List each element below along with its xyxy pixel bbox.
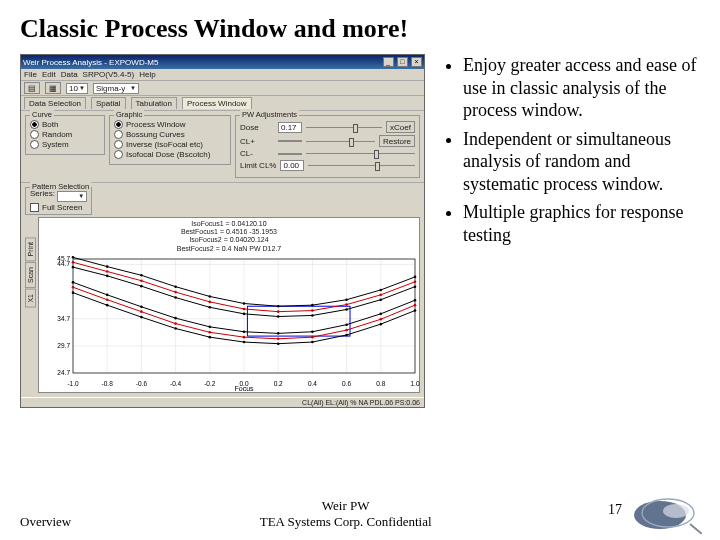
svg-point-93 — [209, 336, 212, 339]
svg-point-71 — [209, 331, 212, 334]
svg-text:-0.6: -0.6 — [136, 380, 148, 387]
app-screenshot: Weir Process Analysis - EXPOWD-M5 _ □ × … — [20, 54, 425, 408]
pattern-selection-group: Pattern Selection Series: ▼ Full Screen — [25, 187, 92, 215]
menu-item[interactable]: Edit — [42, 70, 56, 79]
adjust-slider[interactable] — [306, 150, 415, 157]
tab[interactable]: Process Window — [182, 97, 252, 109]
minimize-icon[interactable]: _ — [383, 57, 394, 67]
svg-point-52 — [311, 314, 314, 317]
toolbar-value-dropdown[interactable]: 10▼ — [66, 83, 88, 94]
svg-text:0.4: 0.4 — [308, 380, 317, 387]
adjust-slider[interactable] — [306, 124, 382, 131]
svg-point-89 — [72, 291, 75, 294]
maximize-icon[interactable]: □ — [397, 57, 408, 67]
svg-point-84 — [277, 332, 280, 335]
svg-point-91 — [140, 316, 143, 319]
svg-point-51 — [277, 315, 280, 318]
svg-point-72 — [243, 336, 246, 339]
svg-point-61 — [243, 308, 246, 311]
svg-point-54 — [380, 298, 383, 301]
svg-point-64 — [345, 303, 348, 306]
plot-side-tab[interactable]: X1 — [25, 289, 36, 308]
close-icon[interactable]: × — [411, 57, 422, 67]
svg-text:-1.0: -1.0 — [67, 380, 79, 387]
curve-radio[interactable]: System — [30, 140, 100, 149]
adjust-extra-button[interactable]: Restore — [379, 135, 415, 147]
adjust-row: Dose0.17xCoef — [240, 121, 415, 133]
svg-point-75 — [345, 329, 348, 332]
adjust-extra-button[interactable]: xCoef — [386, 121, 415, 133]
adjust-value[interactable]: 0.17 — [278, 122, 302, 133]
tea-logo-icon — [632, 492, 702, 534]
tab[interactable]: Tabulation — [131, 97, 177, 109]
svg-point-58 — [140, 279, 143, 282]
tab[interactable]: Data Selection — [24, 97, 86, 109]
svg-point-78 — [72, 281, 75, 284]
svg-point-62 — [277, 310, 280, 313]
svg-text:-0.8: -0.8 — [102, 380, 114, 387]
svg-point-76 — [380, 318, 383, 321]
menu-item[interactable]: Data — [61, 70, 78, 79]
svg-point-99 — [414, 309, 417, 312]
svg-point-55 — [414, 285, 417, 288]
svg-point-42 — [345, 298, 348, 301]
pw-adjust-group: PW Adjustments Dose0.17xCoefCL+RestoreCL… — [235, 115, 420, 178]
tab[interactable]: Spatial — [91, 97, 125, 109]
svg-point-60 — [209, 301, 212, 304]
svg-point-53 — [345, 308, 348, 311]
graphic-radio[interactable]: Inverse (IsoFocal etc) — [114, 140, 226, 149]
full-screen-check[interactable]: Full Screen — [30, 203, 87, 212]
svg-text:0.6: 0.6 — [342, 380, 351, 387]
svg-point-74 — [311, 336, 314, 339]
toolbar-button[interactable]: ▦ — [45, 82, 61, 94]
slide-title: Classic Process Window and more! — [20, 14, 700, 44]
process-window-chart: -1.0-0.8-0.6-0.4-0.20.00.20.40.60.81.024… — [39, 255, 423, 391]
adjust-row: Limit CL%0.00 — [240, 160, 415, 171]
graphic-radio[interactable]: Bossung Curves — [114, 130, 226, 139]
adjust-value[interactable]: 0.00 — [280, 160, 304, 171]
adjust-row: CL- — [240, 149, 415, 158]
adjust-slider[interactable] — [308, 162, 415, 169]
graphic-radio[interactable]: Isofocal Dose (Bscotch) — [114, 150, 226, 159]
svg-line-104 — [690, 524, 702, 534]
svg-text:24.7: 24.7 — [57, 369, 70, 376]
menu-item[interactable]: File — [24, 70, 37, 79]
svg-point-43 — [380, 289, 383, 292]
graphic-radio[interactable]: Process Window — [114, 120, 226, 129]
svg-point-86 — [345, 323, 348, 326]
adjust-value[interactable] — [278, 140, 302, 142]
svg-point-73 — [277, 338, 280, 341]
menu-item[interactable]: Help — [139, 70, 155, 79]
bullet-item: Independent or simultaneous analysis of … — [463, 128, 700, 196]
svg-point-57 — [106, 270, 109, 273]
plot-side-tab[interactable]: Print — [25, 237, 36, 261]
curve-radio[interactable]: Both — [30, 120, 100, 129]
bullet-item: Multiple graphics for response testing — [463, 201, 700, 246]
plot-header: IsoFocus1 = 0.04120.10BestFocus1 = 0.451… — [39, 218, 419, 256]
window-titlebar: Weir Process Analysis - EXPOWD-M5 _ □ × — [21, 55, 424, 69]
svg-text:0.8: 0.8 — [376, 380, 385, 387]
plot-side-tab[interactable]: Scan — [25, 262, 36, 288]
svg-point-98 — [380, 323, 383, 326]
svg-point-103 — [663, 504, 689, 518]
svg-point-67 — [72, 286, 75, 289]
svg-point-92 — [174, 327, 177, 330]
svg-point-50 — [243, 313, 246, 316]
series-dropdown[interactable]: ▼ — [57, 191, 87, 202]
adjust-row: CL+Restore — [240, 135, 415, 147]
svg-point-81 — [174, 317, 177, 320]
bullet-list: Enjoy greater access and ease of use in … — [443, 54, 700, 408]
graphic-group: Graphic Process WindowBossung CurvesInve… — [109, 115, 231, 165]
svg-point-48 — [174, 296, 177, 299]
adjust-slider[interactable] — [306, 138, 375, 145]
toolbar-field-dropdown[interactable]: Sigma-y▼ — [93, 83, 139, 94]
menu-item[interactable]: SRPO(V5.4-5) — [83, 70, 135, 79]
svg-point-79 — [106, 294, 109, 297]
adjust-value[interactable] — [278, 153, 302, 155]
curve-radio[interactable]: Random — [30, 130, 100, 139]
svg-point-94 — [243, 341, 246, 344]
svg-point-80 — [140, 306, 143, 309]
primary-tabs: Data SelectionSpatialTabulationProcess W… — [21, 96, 424, 111]
toolbar-button[interactable]: ▤ — [24, 82, 40, 94]
svg-point-77 — [414, 304, 417, 307]
